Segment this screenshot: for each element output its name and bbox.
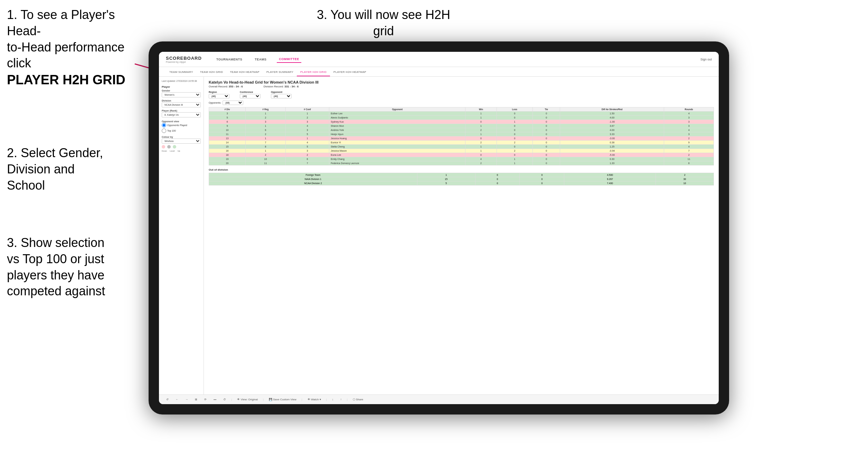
opponent-view-section: Opponent view Opponents Played Top 100 [162, 120, 201, 133]
gender-select[interactable]: Women's Men's [162, 92, 201, 97]
toolbar-back[interactable]: ← [174, 397, 180, 402]
subnav-team-h2h-heatmap[interactable]: TEAM H2H HEATMAP [226, 68, 263, 76]
toolbar-upload[interactable]: ↑ [339, 397, 343, 402]
instruction-step3-bottom: 3. Show selection vs Top 100 or just pla… [7, 235, 105, 299]
toolbar-more[interactable]: ••• [212, 397, 218, 402]
subnav-player-h2h-heatmap[interactable]: PLAYER H2H HEATMAP [330, 68, 370, 76]
h2h-table: # Div # Reg # Conf Opponent Win Loss Tie… [209, 107, 714, 165]
main-content: Last Updated: 27/03/2024 16:55:38 Player… [159, 77, 719, 394]
table-row: NAIA Division 1 15 0 0 9.267 30 [209, 177, 714, 181]
table-row: 6 3 3 Sydney Kuo 0 1 0 -1.00 3 [209, 120, 714, 124]
table-row: 11 2 5 Heejo Hyun 1 0 0 3.33 3 [209, 132, 714, 136]
nav-committee[interactable]: COMMITTEE [277, 56, 301, 63]
table-row: 10 6 3 Andrea York 2 0 0 4.00 4 [209, 128, 714, 132]
col-diff: Diff Av Strokes/Rnd [560, 107, 664, 112]
toolbar-timer[interactable]: ⏱ [221, 397, 228, 402]
tablet-device: SCOREBOARD Powered by clippd TOURNAMENTS… [149, 41, 729, 414]
table-row: 14 7 4 Eunice Yi 2 2 0 0.38 9 [209, 141, 714, 145]
colour-level-dot [167, 145, 171, 149]
colour-down-dot [162, 145, 165, 149]
table-row: 19 10 6 Emily Chang 4 1 0 0.30 11 [209, 157, 714, 161]
radio-opponents-played[interactable] [162, 123, 166, 127]
table-row: 15 8 5 Stella Cheng 1 0 0 1.25 4 [209, 145, 714, 149]
toolbar-undo[interactable]: ↺ [164, 397, 170, 402]
sign-out-button[interactable]: Sign out [700, 58, 712, 61]
bottom-toolbar: ↺ ← → ⊞ ⟳ ••• ⏱ | 👁 View: Original | 💾 S… [159, 394, 719, 404]
out-of-division-table: Foreign Team 1 0 0 4.500 2 NAIA Division… [209, 173, 714, 185]
opponent-select[interactable]: (All) [271, 94, 292, 98]
col-tie: Tie [533, 107, 560, 112]
opponents-filter-row: Opponents: (All) [209, 101, 714, 105]
logo: SCOREBOARD Powered by clippd [166, 56, 202, 63]
colour-by-section: Colour by Win/loss Down Level Up [162, 136, 201, 152]
instruction-step2: 2. Select Gender, Division and School [7, 145, 103, 193]
radio-top100[interactable] [162, 128, 166, 133]
table-row: Foreign Team 1 0 0 4.500 2 [209, 173, 714, 177]
navbar: SCOREBOARD Powered by clippd TOURNAMENTS… [159, 52, 719, 67]
table-row: 20 11 7 Federica Domecq Lacroze 2 1 0 1.… [209, 161, 714, 165]
filter-row: Region (All) Conference (All) Opponent (… [209, 91, 714, 98]
gender-field: Gender Women's Men's [162, 89, 201, 97]
tablet-screen: SCOREBOARD Powered by clippd TOURNAMENTS… [159, 52, 719, 404]
instruction-step1: 1. To see a Player's Head- to-Head perfo… [7, 7, 138, 89]
table-row: 5 2 2 Alexis Sudjianto 1 0 0 4.00 3 [209, 116, 714, 120]
out-of-division-title: Out of division [209, 168, 714, 171]
col-reg: # Reg [246, 107, 286, 112]
toolbar-forward[interactable]: → [183, 397, 190, 402]
toolbar-refresh[interactable]: ⟳ [202, 397, 208, 402]
table-row: 13 1 1 Jessica Huang 0 0 0 -3.00 2 [209, 136, 714, 141]
grid-title: Katelyn Vo Head-to-Head Grid for Women's… [209, 80, 714, 84]
conference-select[interactable]: (All) [240, 94, 261, 98]
data-area: Katelyn Vo Head-to-Head Grid for Women's… [204, 77, 719, 394]
subnav-player-h2h-grid[interactable]: PLAYER H2H GRID [297, 68, 330, 76]
toolbar-download[interactable]: ↓ [330, 397, 335, 402]
toolbar-grid[interactable]: ⊞ [193, 397, 199, 402]
region-filter: Region (All) [209, 91, 229, 98]
sidebar: Last Updated: 27/03/2024 16:55:38 Player… [159, 77, 204, 394]
col-div: # Div [209, 107, 246, 112]
col-rounds: Rounds [664, 107, 714, 112]
region-select[interactable]: (All) [209, 94, 229, 98]
grid-records: Overall Record: 353 - 34 - 6 Division Re… [209, 85, 714, 88]
division-select[interactable]: NCAA Division III NCAA Division I NCAA D… [162, 102, 201, 107]
nav-teams[interactable]: TEAMS [253, 56, 268, 63]
table-row: 3 1 1 Esther Lee 1 0 0 1.50 4 [209, 112, 714, 116]
toolbar-view-original[interactable]: 👁 View: Original [235, 397, 259, 402]
col-conf: # Conf [285, 107, 329, 112]
division-field: Division NCAA Division III NCAA Division… [162, 99, 201, 107]
toolbar-share[interactable]: ⬡ Share [351, 397, 365, 402]
table-row: 18 2 2 Euna Lee 0 0 0 -5.00 2 [209, 153, 714, 157]
player-rank-field: Player (Rank) 8. Katelyn Vo [162, 109, 201, 117]
subnav-team-h2h-grid[interactable]: TEAM H2H GRID [197, 68, 227, 76]
toolbar-save-custom-view[interactable]: 💾 Save Custom View [267, 397, 298, 402]
subnav-team-summary[interactable]: TEAM SUMMARY [166, 68, 197, 76]
opponent-filter: Opponent (All) [271, 91, 292, 98]
table-row: 16 1 3 Jessica Mason 1 2 0 -0.94 7 [209, 149, 714, 153]
col-win: Win [465, 107, 497, 112]
colour-up-dot [173, 145, 176, 149]
table-row: 9 1 4 Sharon Mun 1 0 0 3.67 3 [209, 124, 714, 128]
subnav-player-summary[interactable]: PLAYER SUMMARY [263, 68, 297, 76]
col-opponent: Opponent [329, 107, 465, 112]
nav-tournaments[interactable]: TOURNAMENTS [214, 56, 244, 63]
opponents-filter-select[interactable]: (All) [223, 101, 243, 105]
col-loss: Loss [497, 107, 533, 112]
conference-filter: Conference (All) [240, 91, 261, 98]
toolbar-watch[interactable]: 👁 Watch ▾ [306, 397, 323, 402]
player-rank-select[interactable]: 8. Katelyn Vo [162, 112, 201, 117]
colour-by-select[interactable]: Win/loss [162, 139, 201, 144]
subnav: TEAM SUMMARY TEAM H2H GRID TEAM H2H HEAT… [159, 67, 719, 77]
table-row: NCAA Division 2 5 0 0 7.400 10 [209, 181, 714, 185]
